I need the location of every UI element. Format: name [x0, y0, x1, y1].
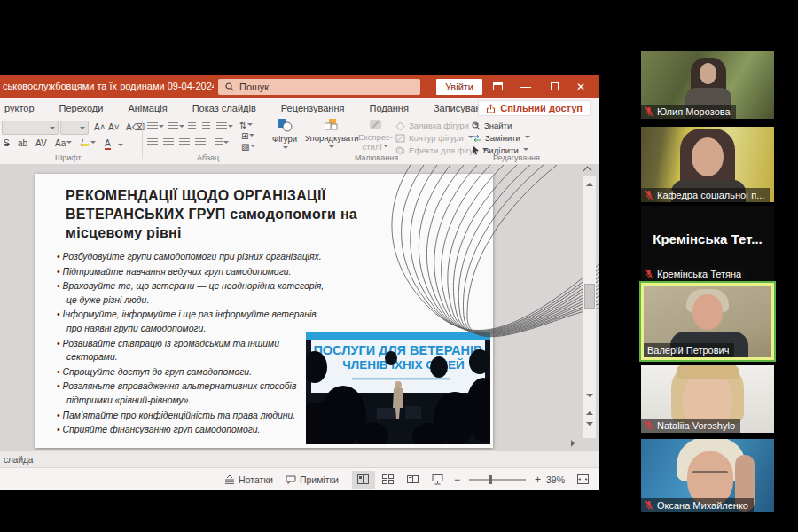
tab-pokaz-slaidiv[interactable]: Показ слайдів — [180, 103, 269, 113]
participant-tile[interactable]: Кремінська Тет... Кремінська Тетяна — [641, 206, 774, 281]
increase-indent-icon — [202, 122, 210, 130]
shrink-font-button[interactable]: A˅ — [108, 122, 120, 132]
collapse-ribbon-button[interactable] — [582, 166, 592, 175]
photo-heading-line1: ПОСЛУГИ ДЛЯ ВЕТЕРАНІВ — [313, 343, 482, 357]
quick-styles-button[interactable]: Експрес-стилі — [358, 119, 392, 152]
participant-tile[interactable]: Nataliia Voroshylo — [641, 365, 774, 433]
select-caret — [523, 148, 528, 153]
share-icon — [486, 104, 496, 113]
vertical-scrollbar[interactable] — [583, 176, 596, 438]
align-left-button[interactable] — [147, 138, 158, 148]
align-right-button[interactable] — [179, 138, 190, 148]
find-button[interactable]: Знайти — [472, 121, 512, 130]
zoom-slider-thumb[interactable] — [489, 475, 492, 484]
view-slideshow-icon — [432, 474, 443, 485]
view-normal-button[interactable] — [352, 471, 375, 489]
increase-indent-button[interactable] — [202, 122, 210, 132]
scroll-up-icon[interactable] — [586, 179, 593, 186]
justify-icon — [195, 138, 206, 146]
font-name-combo[interactable] — [2, 121, 59, 135]
bullet-list-button[interactable] — [147, 122, 164, 132]
sign-in-button[interactable]: Увійти — [436, 79, 482, 95]
font-size-combo[interactable] — [60, 121, 89, 135]
strikethrough-button[interactable]: S — [4, 138, 10, 148]
arrange-button[interactable]: Упорядкувати — [305, 119, 356, 153]
align-left-icon — [147, 138, 158, 146]
zoom-slider[interactable] — [469, 479, 526, 481]
shapes-icon — [278, 119, 293, 132]
search-icon — [225, 82, 234, 91]
shape-fill-icon — [395, 121, 405, 130]
tab-animatsiia[interactable]: Анімація — [115, 103, 179, 113]
participant-tile[interactable]: Юлия Морозова — [641, 51, 774, 119]
ribbon: A˄ A˅ A⌫ S ab AV Aa A Шрифт ⇅ ⊞ ▨ — [0, 117, 599, 165]
previous-slide-icon[interactable] — [586, 408, 593, 415]
ribbon-display-options-button[interactable] — [484, 75, 511, 98]
view-reading-button[interactable] — [402, 471, 425, 489]
scroll-right-icon[interactable] — [571, 440, 578, 447]
comments-icon — [286, 475, 296, 484]
tab-podannia[interactable]: Подання — [356, 103, 420, 113]
participant-tile-active-speaker[interactable]: Валерій Петрович — [641, 283, 774, 360]
zoom-in-button[interactable]: + — [531, 473, 544, 486]
slide[interactable]: РЕКОМЕНДАЦІЇ ЩОДО ОРГАНІЗАЦІЇ ВЕТЕРАНСЬК… — [35, 174, 493, 448]
slide-bullet: Інформуйте, інформуйте і ще раз інформуй… — [57, 308, 330, 335]
participant-name-label: Валерій Петрович — [644, 343, 734, 357]
search-placeholder: Пошук — [239, 82, 269, 92]
font-color-button[interactable]: A — [105, 138, 111, 150]
shape-fill-button[interactable]: Заливка фігури — [395, 121, 479, 130]
arrange-caret — [329, 145, 334, 151]
quick-styles-icon — [369, 119, 382, 130]
shape-outline-button[interactable]: Контур фігури — [395, 133, 473, 143]
tab-konstruktor[interactable]: руктор — [0, 103, 47, 113]
editing-group-label: Редагування — [493, 153, 540, 162]
shapes-button[interactable]: Фігури — [266, 119, 303, 153]
slide-bullet: Спрощуйте доступ до груп самодопомоги. — [57, 365, 330, 379]
minimize-button[interactable]: — — [512, 75, 539, 98]
zoom-level[interactable]: 39% — [546, 474, 565, 485]
participant-tile[interactable]: Кафедра соціальної п... — [641, 127, 774, 202]
fit-slide-button[interactable] — [571, 471, 594, 489]
shape-outline-icon — [395, 134, 405, 143]
font-color-caret[interactable] — [118, 144, 123, 149]
text-direction-button[interactable]: ⊞ — [241, 131, 254, 141]
participant-tile[interactable]: Оксана Михайленко — [641, 439, 774, 512]
notes-pane-text: слайда — [4, 455, 33, 465]
tab-retsenzuvannia[interactable]: Рецензування — [269, 103, 357, 113]
decrease-indent-button[interactable] — [188, 122, 196, 132]
align-center-icon — [163, 138, 174, 146]
share-button[interactable]: Спільний доступ — [478, 100, 591, 116]
justify-button[interactable] — [195, 138, 206, 148]
next-slide-icon[interactable] — [586, 422, 593, 429]
line-spacing-button[interactable] — [216, 122, 233, 132]
text-spacing-button[interactable]: AV — [35, 138, 47, 148]
notes-pane[interactable]: слайда — [0, 450, 599, 467]
slide-bullet: Сприяйте фінансуванню груп самодопомоги. — [57, 423, 330, 437]
character-spacing-button[interactable]: ab — [18, 138, 27, 148]
title-bar: ськовослужбовцями та їх родинами 09-04-2… — [0, 75, 599, 98]
comments-toggle-button[interactable]: Примітки — [286, 474, 339, 485]
scrollbar-thumb[interactable] — [584, 284, 595, 309]
select-icon — [472, 145, 480, 155]
scroll-down-icon[interactable] — [586, 394, 593, 401]
convert-smartart-button[interactable]: ▨ — [241, 142, 255, 152]
view-slideshow-button[interactable] — [426, 471, 450, 489]
sort-button[interactable]: ⇅ — [239, 121, 253, 130]
notes-toggle-button[interactable]: Нотатки — [224, 474, 273, 485]
chevron-up-icon — [583, 167, 591, 176]
view-slide-sorter-button[interactable] — [377, 471, 400, 489]
participant-name-label: Юлия Морозова — [641, 105, 736, 119]
slide-bullet: Пам’ятайте про конфіденційність та права… — [57, 409, 330, 423]
change-case-button[interactable]: Aa — [55, 138, 72, 148]
tab-perekhody[interactable]: Переходи — [47, 103, 116, 113]
highlight-color-button[interactable] — [82, 138, 96, 148]
search-input[interactable]: Пошук — [218, 79, 420, 95]
grow-font-button[interactable]: A˄ — [94, 122, 106, 132]
zoom-out-button[interactable]: − — [450, 473, 464, 486]
close-button[interactable]: ✕ — [567, 75, 594, 98]
columns-button[interactable] — [215, 138, 229, 148]
restore-button[interactable] — [541, 75, 567, 98]
align-center-button[interactable] — [163, 138, 174, 148]
replace-button[interactable]: Замінити — [472, 133, 530, 143]
numbered-list-button[interactable] — [168, 122, 184, 132]
